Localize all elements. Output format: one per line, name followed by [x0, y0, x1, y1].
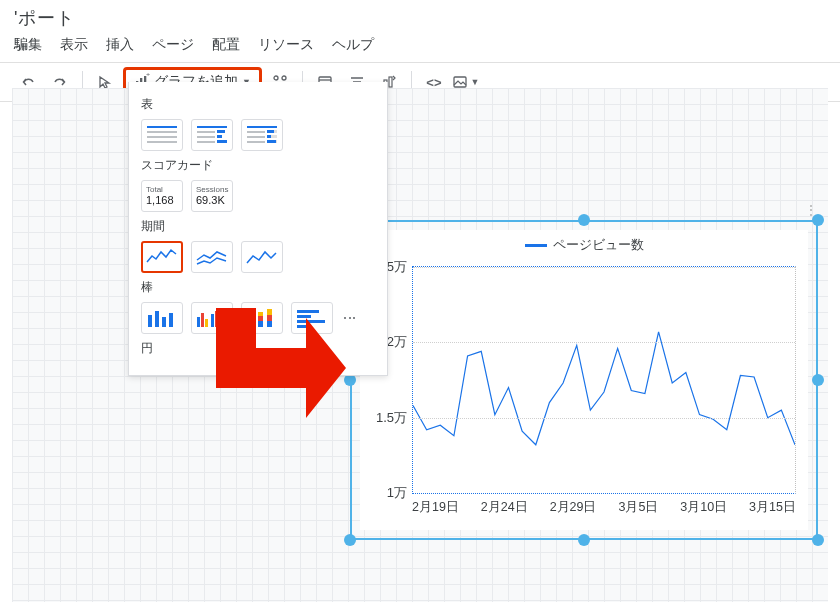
svg-rect-37: [148, 315, 152, 327]
menu-page[interactable]: ページ: [152, 36, 194, 54]
chart-option-bar-1[interactable]: [141, 302, 183, 334]
chart-option-scorecard-1[interactable]: Total1,168: [141, 180, 183, 212]
svg-rect-24: [217, 135, 222, 138]
chart-option-time-series-1[interactable]: [141, 241, 183, 273]
section-label-table: 表: [141, 96, 375, 113]
x-tick: 3月15日: [749, 499, 796, 516]
menu-resource[interactable]: リソース: [258, 36, 314, 54]
y-tick: 1万: [387, 484, 407, 502]
x-tick: 2月19日: [412, 499, 459, 516]
menu-edit[interactable]: 騙集: [14, 36, 42, 54]
chart-option-scorecard-2[interactable]: Sessions69.3K: [191, 180, 233, 212]
menu-help[interactable]: ヘルプ: [332, 36, 374, 54]
x-tick: 3月10日: [680, 499, 727, 516]
chart-option-time-series-2[interactable]: [191, 241, 233, 273]
legend-label: ページビュー数: [553, 236, 644, 254]
svg-point-4: [274, 76, 278, 80]
plot-area: 2.5万 2万 1.5万 1万: [412, 266, 796, 494]
resize-handle[interactable]: [812, 534, 824, 546]
resize-handle[interactable]: [344, 534, 356, 546]
svg-rect-33: [267, 135, 271, 138]
x-tick: 3月5日: [618, 499, 658, 516]
svg-rect-40: [169, 313, 173, 327]
chart-object[interactable]: ⋮ ページビュー数 2.5万 2万 1.5万 1万 2月19日 2月24日 2月…: [350, 220, 818, 540]
arrow-annotation-icon: [196, 308, 346, 421]
y-tick: 2万: [387, 333, 407, 351]
x-axis: 2月19日 2月24日 2月29日 3月5日 3月10日 3月15日: [412, 499, 796, 516]
svg-rect-15: [454, 77, 466, 87]
svg-rect-36: [267, 140, 276, 143]
menu-bar: 騙集 表示 挿入 ページ 配置 リソース ヘルプ: [0, 32, 840, 62]
svg-rect-38: [155, 311, 159, 327]
x-tick: 2月24日: [481, 499, 528, 516]
legend-swatch-icon: [525, 244, 547, 247]
svg-rect-22: [217, 130, 225, 133]
menu-view[interactable]: 表示: [60, 36, 88, 54]
menu-arrange[interactable]: 配置: [212, 36, 240, 54]
svg-text:+: +: [146, 73, 150, 78]
chart-option-table-3[interactable]: [241, 119, 283, 151]
svg-rect-30: [267, 130, 274, 133]
resize-handle[interactable]: [812, 214, 824, 226]
section-label-bar: 棒: [141, 279, 375, 296]
chart-line: [413, 267, 795, 493]
chart-option-table-2[interactable]: [191, 119, 233, 151]
resize-handle[interactable]: [812, 374, 824, 386]
svg-rect-26: [217, 140, 227, 143]
resize-handle[interactable]: [578, 534, 590, 546]
svg-point-5: [282, 76, 286, 80]
chart-option-time-series-3[interactable]: [241, 241, 283, 273]
svg-rect-14: [389, 77, 392, 87]
section-label-time-series: 期間: [141, 218, 375, 235]
chart-option-table-1[interactable]: [141, 119, 183, 151]
app-title: 'ポート: [0, 0, 840, 32]
chart-legend: ページビュー数: [360, 230, 808, 254]
menu-insert[interactable]: 挿入: [106, 36, 134, 54]
x-tick: 2月29日: [550, 499, 597, 516]
chart-body: ページビュー数 2.5万 2万 1.5万 1万 2月19日 2月24日 2月29…: [360, 230, 808, 530]
section-label-scorecard: スコアカード: [141, 157, 375, 174]
svg-rect-39: [162, 317, 166, 327]
y-tick: 1.5万: [376, 409, 407, 427]
resize-handle[interactable]: [578, 214, 590, 226]
